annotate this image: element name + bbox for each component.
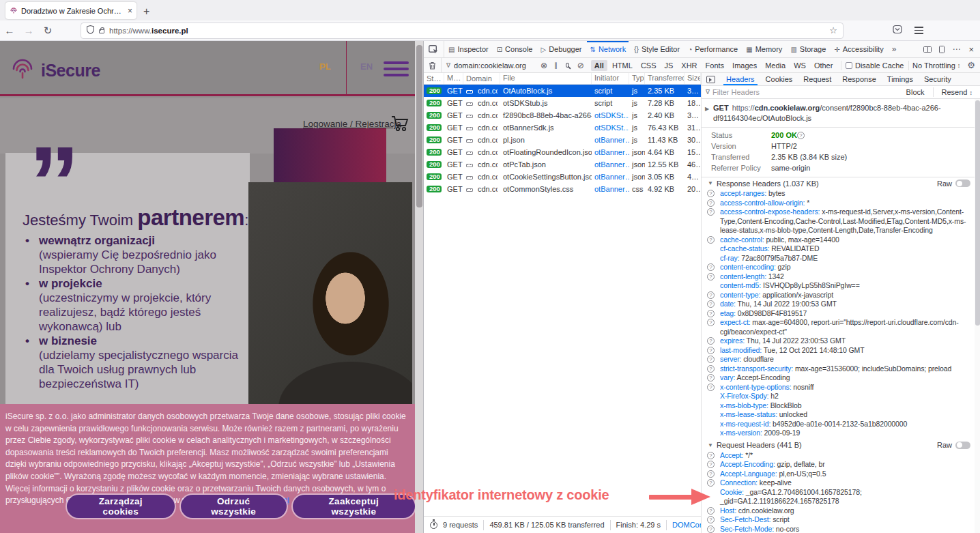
- help-icon[interactable]: ?: [707, 479, 715, 487]
- header-row[interactable]: ?server: cloudflare: [702, 355, 980, 364]
- header-row[interactable]: ?Connection: keep-alive: [702, 478, 980, 488]
- search-icon[interactable]: [566, 63, 569, 68]
- responsive-design-icon[interactable]: [939, 46, 945, 53]
- request-row[interactable]: 200GETcdn.co…otPcTab.jsonotBanner…json12…: [424, 158, 701, 171]
- request-url-line[interactable]: ▶ GEThttps://cdn.cookielaw.org/consent/f…: [702, 99, 980, 128]
- clear-requests-icon[interactable]: [424, 58, 442, 72]
- filter-media[interactable]: Media: [762, 60, 789, 71]
- header-row[interactable]: ?Accept: */*: [702, 451, 980, 461]
- resend-button[interactable]: Resend ↕: [938, 88, 977, 96]
- toggle-details-pane-icon[interactable]: [706, 76, 715, 83]
- header-row[interactable]: ?accept-ranges: bytes: [702, 189, 980, 199]
- tab-close-icon[interactable]: ×: [128, 6, 132, 16]
- initiator-cell[interactable]: otBanner…: [592, 148, 629, 156]
- help-icon[interactable]: ?: [707, 525, 715, 533]
- help-icon[interactable]: ?: [707, 365, 715, 373]
- reject-all-button[interactable]: Odrzuć wszystkie: [181, 495, 287, 518]
- request-row[interactable]: 200GETcdn.co…otSDKStub.jsscriptjs7.28 KB…: [424, 97, 701, 109]
- filter-headers-input[interactable]: Filter Headers: [712, 88, 902, 96]
- network-filter-input[interactable]: ∇domain:cookielaw.org: [442, 61, 537, 70]
- page-scrollbar-thumb[interactable]: [416, 45, 422, 207]
- help-icon[interactable]: ?: [707, 374, 715, 381]
- expand-triangle-icon[interactable]: ▶: [705, 104, 709, 114]
- filter-html[interactable]: HTML: [609, 60, 636, 71]
- header-row[interactable]: cf-cache-status: REVALIDATED: [702, 244, 980, 254]
- filter-other[interactable]: Other: [811, 60, 837, 71]
- details-tab-response[interactable]: Response: [837, 74, 882, 85]
- help-icon[interactable]: ?: [707, 356, 715, 363]
- tab-inspector[interactable]: ▤Inspector: [444, 41, 493, 57]
- help-icon[interactable]: ?: [707, 516, 715, 523]
- tab-performance[interactable]: ◔Performance: [684, 41, 742, 57]
- raw-toggle[interactable]: [955, 179, 970, 187]
- filter-all[interactable]: All: [591, 60, 607, 71]
- shield-icon[interactable]: [87, 25, 94, 37]
- request-row[interactable]: 200GETcdn.co…otCookieSettingsButton.json…: [424, 171, 701, 183]
- raw-toggle[interactable]: [955, 442, 970, 449]
- column-header-size[interactable]: Size: [684, 73, 701, 84]
- help-icon[interactable]: ?: [707, 291, 715, 299]
- details-scrollbar[interactable]: [975, 99, 980, 533]
- request-row[interactable]: 200GETcdn.co…pl.jsonotBanner…js11.43 KB3…: [424, 134, 701, 146]
- disable-cache-checkbox[interactable]: Disable Cache: [846, 61, 904, 70]
- column-header-file[interactable]: File: [500, 73, 592, 84]
- column-header-st[interactable]: St…: [424, 73, 444, 84]
- tab-network[interactable]: ⇅Network: [586, 41, 630, 57]
- initiator-cell[interactable]: otBanner…: [592, 160, 629, 169]
- help-icon[interactable]: ?: [707, 208, 715, 216]
- manage-cookies-button[interactable]: Zarządzaj cookies: [67, 495, 175, 518]
- pick-element-icon[interactable]: [424, 41, 444, 57]
- header-row[interactable]: Cookie: _ga=GA1.2.704861004.1657825178; …: [702, 488, 980, 506]
- help-icon[interactable]: ?: [707, 319, 715, 326]
- header-row[interactable]: ?strict-transport-security: max-age=3153…: [702, 364, 980, 374]
- details-tab-request[interactable]: Request: [798, 74, 837, 85]
- column-header-m[interactable]: M…: [444, 73, 463, 84]
- help-icon[interactable]: ?: [707, 461, 715, 468]
- header-row[interactable]: x-ms-lease-status: unlocked: [702, 410, 980, 420]
- split-console-icon[interactable]: [923, 46, 932, 53]
- request-row[interactable]: 200GETcdn.co…otCommonStyles.cssotBanner……: [424, 183, 701, 195]
- header-row[interactable]: ?access-control-allow-origin: *: [702, 199, 980, 208]
- tab-memory[interactable]: ▦Memory: [742, 41, 786, 57]
- pocket-icon[interactable]: [893, 25, 902, 37]
- header-row[interactable]: ?x-content-type-options: nosniff: [702, 383, 980, 392]
- filter-xhr[interactable]: XHR: [678, 60, 700, 71]
- help-icon[interactable]: ?: [707, 337, 715, 345]
- filter-images[interactable]: Images: [729, 60, 760, 71]
- filter-js[interactable]: JS: [661, 60, 677, 71]
- header-row[interactable]: x-ms-request-id: b4952d0e-a01e-0014-2132…: [702, 420, 980, 429]
- header-row[interactable]: ?content-length: 1342: [702, 272, 980, 282]
- column-header-type[interactable]: Type: [629, 73, 645, 84]
- browser-menu-icon[interactable]: [914, 27, 923, 34]
- header-row[interactable]: ?date: Thu, 14 Jul 2022 19:00:53 GMT: [702, 300, 980, 309]
- header-row[interactable]: x-ms-version: 2009-09-19: [702, 429, 980, 438]
- header-row[interactable]: ?expires: Thu, 14 Jul 2022 23:00:53 GMT: [702, 336, 980, 346]
- request-row[interactable]: 200GETcdn.co…otBannerSdk.jsotSDKSt…js76.…: [424, 121, 701, 134]
- header-row[interactable]: ?etag: 0x8D98D8F4F819517: [702, 309, 980, 319]
- tab-debugger[interactable]: ▷Debugger: [536, 41, 586, 57]
- cart-icon[interactable]: [390, 115, 409, 135]
- header-row[interactable]: content-md5: ISVHQDp8yLpS5h8SniPgIw==: [702, 281, 980, 291]
- details-tab-cookies[interactable]: Cookies: [760, 74, 798, 85]
- help-icon[interactable]: ?: [797, 132, 805, 139]
- help-icon[interactable]: ?: [707, 384, 715, 391]
- lang-en-button[interactable]: EN: [360, 61, 373, 72]
- details-tab-headers[interactable]: Headers: [721, 74, 760, 85]
- request-row[interactable]: 200GETcdn.co…otFloatingRoundedIcon.jsono…: [424, 146, 701, 158]
- column-header-domain[interactable]: Domain: [463, 73, 500, 84]
- help-icon[interactable]: ?: [707, 236, 715, 244]
- help-icon[interactable]: ?: [707, 300, 715, 308]
- header-row[interactable]: ?last-modified: Tue, 12 Oct 2021 14:48:1…: [702, 346, 980, 356]
- header-row[interactable]: ?Sec-Fetch-Mode: no-cors: [702, 525, 980, 533]
- block-request-icon[interactable]: ⊘: [574, 61, 588, 70]
- lang-pl-button[interactable]: PL: [319, 61, 331, 72]
- devtools-close-icon[interactable]: ×: [968, 44, 974, 55]
- help-icon[interactable]: ?: [707, 273, 715, 280]
- help-icon[interactable]: ?: [707, 263, 715, 271]
- header-row[interactable]: ?vary: Accept-Encoding: [702, 373, 980, 383]
- response-headers-section[interactable]: ▼ Response Headers (1.037 KB) Raw: [702, 177, 980, 189]
- header-row[interactable]: cf-ray: 72ac80f79f5a7b87-DME: [702, 254, 980, 263]
- details-scrollbar-thumb[interactable]: [975, 100, 980, 326]
- filter-css[interactable]: CSS: [637, 60, 660, 71]
- block-button[interactable]: Block: [902, 88, 929, 96]
